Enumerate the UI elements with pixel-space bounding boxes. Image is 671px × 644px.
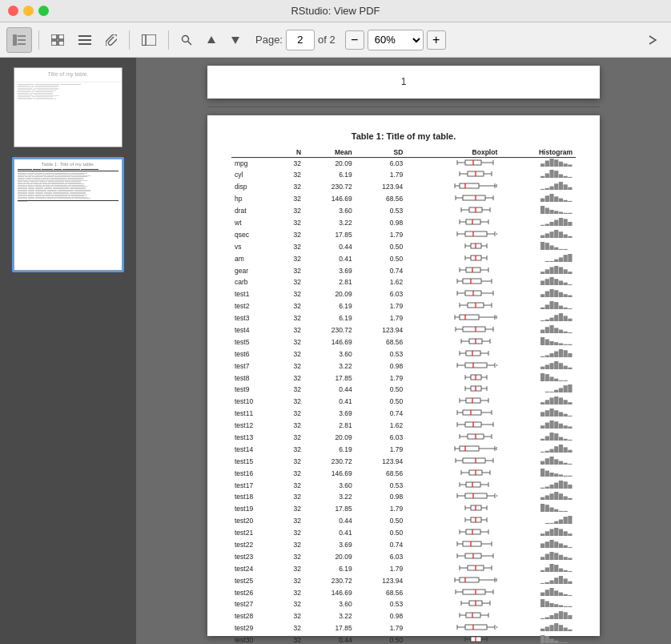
row-value: 32 (278, 324, 304, 336)
sidebar-panel-button[interactable] (136, 28, 162, 52)
prev-page-button[interactable] (201, 28, 222, 52)
svg-rect-8 (78, 35, 91, 37)
histogram-cell (500, 468, 576, 480)
svg-rect-174 (568, 296, 572, 298)
view-grid-button[interactable] (46, 28, 70, 52)
histogram-cell (500, 241, 576, 253)
histogram-cell (500, 563, 576, 575)
attach-button[interactable] (100, 28, 123, 52)
svg-rect-489 (559, 576, 563, 584)
svg-rect-276 (549, 392, 553, 392)
svg-rect-374 (466, 482, 480, 487)
minimize-button[interactable] (23, 6, 34, 16)
page-divider (207, 107, 600, 107)
svg-rect-97 (465, 231, 487, 236)
row-value: 32 (278, 456, 304, 468)
svg-rect-525 (545, 618, 549, 620)
boxplot-cell (406, 158, 500, 170)
svg-rect-249 (545, 364, 549, 369)
table-row: test133220.096.03 (231, 432, 576, 444)
pdf-viewer[interactable]: 1 Table 1: Title of my table. N Mean SD … (136, 58, 671, 644)
histogram-cell (500, 372, 576, 384)
svg-rect-147 (564, 269, 568, 274)
row-value: 32 (278, 241, 304, 253)
row-value: 3.22 (304, 492, 356, 504)
search-button[interactable] (175, 28, 198, 52)
svg-rect-6 (51, 41, 57, 46)
table-row: test9320.440.50 (231, 384, 576, 396)
svg-rect-133 (559, 257, 563, 262)
view-list-button[interactable] (73, 28, 97, 52)
histogram-cell (500, 599, 576, 611)
zoom-in-button[interactable]: + (427, 30, 446, 50)
svg-rect-58 (463, 195, 485, 200)
row-value: 1.79 (356, 170, 407, 182)
zoom-out-button[interactable]: − (345, 30, 364, 50)
table-row: test6323.600.53 (231, 348, 576, 360)
svg-rect-472 (545, 567, 549, 572)
row-value: 0.74 (356, 540, 407, 552)
row-name: gear (231, 265, 278, 277)
svg-rect-295 (463, 410, 481, 415)
svg-rect-187 (568, 308, 572, 309)
row-value: 0.53 (356, 206, 407, 218)
chevron-right-icon (646, 34, 659, 46)
svg-rect-341 (545, 451, 549, 453)
svg-rect-300 (540, 413, 544, 417)
svg-rect-356 (554, 459, 558, 465)
svg-rect-203 (463, 327, 485, 332)
row-value: 32 (278, 313, 304, 325)
row-value: 6.19 (304, 563, 356, 575)
svg-rect-42 (568, 177, 572, 178)
close-button[interactable] (8, 6, 18, 16)
svg-rect-359 (568, 464, 572, 465)
table-row: qsec3217.851.79 (231, 229, 576, 241)
row-value: 3.69 (304, 265, 356, 277)
row-name: test25 (231, 575, 278, 587)
svg-rect-528 (559, 611, 563, 619)
svg-rect-372 (568, 475, 572, 476)
svg-rect-145 (554, 266, 558, 274)
row-value: 6.03 (356, 158, 407, 170)
svg-rect-399 (568, 498, 572, 500)
zoom-select[interactable]: 60% 75% 100% 125% 150% (368, 30, 424, 50)
svg-rect-12 (142, 34, 156, 46)
svg-rect-150 (463, 279, 481, 284)
svg-rect-92 (554, 219, 558, 226)
sidebar-toggle-button[interactable] (6, 27, 32, 53)
row-value: 32 (278, 623, 304, 635)
row-value: 123.94 (356, 324, 407, 336)
svg-rect-38 (549, 170, 553, 178)
row-value: 0.44 (304, 384, 356, 396)
separator-1 (38, 30, 39, 50)
svg-rect-538 (540, 629, 544, 631)
more-button[interactable] (641, 28, 665, 52)
row-value: 1.79 (356, 229, 407, 241)
boxplot-cell (406, 206, 500, 218)
histogram-cell (500, 635, 576, 644)
page-input[interactable] (286, 30, 315, 50)
svg-rect-287 (540, 402, 544, 405)
svg-rect-440 (463, 541, 481, 546)
svg-rect-434 (549, 529, 553, 537)
svg-rect-137 (466, 268, 480, 272)
thumbnail-page-1[interactable]: Title of my table. (12, 66, 124, 149)
next-page-button[interactable] (225, 28, 246, 52)
svg-rect-197 (549, 318, 553, 321)
svg-rect-37 (545, 174, 549, 179)
svg-rect-408 (549, 508, 553, 513)
col-header-boxplot: Boxplot (406, 147, 500, 158)
svg-rect-181 (540, 308, 544, 309)
thumbnail-page-2[interactable]: Table 1: Title of my table. (12, 157, 124, 272)
svg-rect-519 (466, 613, 480, 618)
maximize-button[interactable] (38, 6, 49, 16)
svg-rect-491 (568, 581, 572, 583)
svg-rect-95 (568, 222, 572, 226)
svg-rect-475 (559, 568, 563, 571)
svg-rect-513 (549, 603, 553, 607)
row-name: test20 (231, 516, 278, 528)
row-value: 17.85 (304, 229, 356, 241)
row-value: 1.79 (356, 301, 407, 313)
row-value: 32 (278, 396, 304, 409)
svg-rect-225 (559, 343, 563, 345)
